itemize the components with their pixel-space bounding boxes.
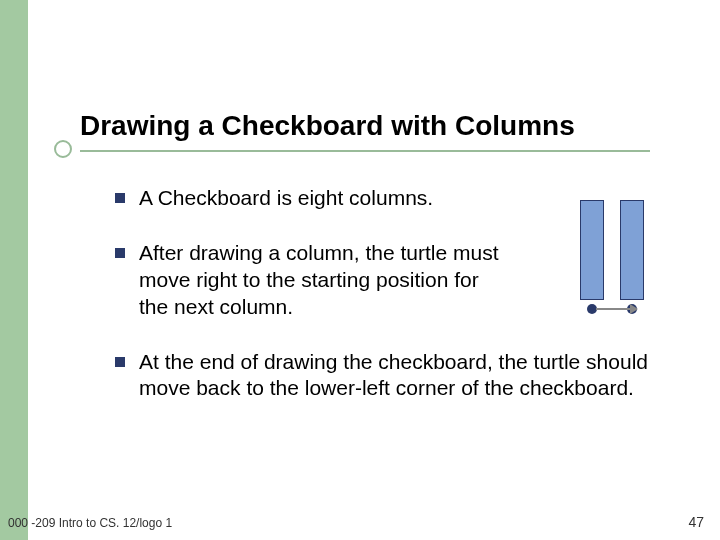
list-item: A Checkboard is eight columns. bbox=[115, 185, 655, 212]
columns-diagram bbox=[580, 200, 660, 330]
list-item-text: A Checkboard is eight columns. bbox=[139, 185, 433, 212]
arrow-shaft bbox=[596, 308, 632, 310]
list-item: At the end of drawing the checkboard, th… bbox=[115, 349, 655, 403]
title-decorative-circle bbox=[54, 140, 72, 158]
slide-number: 47 bbox=[688, 514, 704, 530]
arrow-right-icon bbox=[630, 304, 638, 314]
slide: Drawing a Checkboard with Columns A Chec… bbox=[0, 0, 720, 540]
title-underline bbox=[80, 150, 650, 152]
column-rect bbox=[620, 200, 644, 300]
list-item-text: After drawing a column, the turtle must … bbox=[139, 240, 509, 321]
list-item-text: At the end of drawing the checkboard, th… bbox=[139, 349, 655, 403]
column-rect bbox=[580, 200, 604, 300]
square-bullet-icon bbox=[115, 357, 125, 367]
list-item: After drawing a column, the turtle must … bbox=[115, 240, 655, 321]
slide-title: Drawing a Checkboard with Columns bbox=[80, 110, 575, 142]
square-bullet-icon bbox=[115, 193, 125, 203]
footer-course-info: 000 -209 Intro to CS. 12/logo 1 bbox=[8, 516, 172, 530]
square-bullet-icon bbox=[115, 248, 125, 258]
sidebar-accent bbox=[0, 0, 28, 540]
bullet-list: A Checkboard is eight columns. After dra… bbox=[115, 185, 655, 430]
